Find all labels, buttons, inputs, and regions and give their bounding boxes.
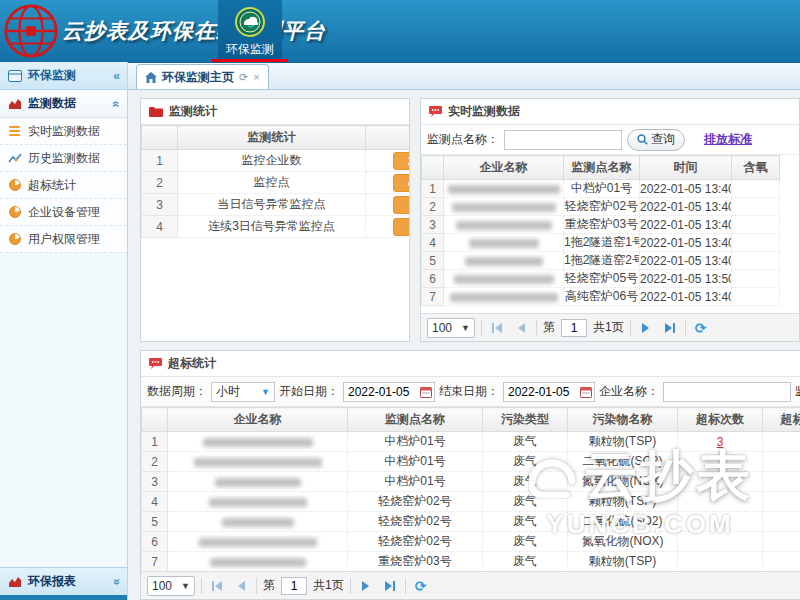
panel-title-text: 实时监测数据 [448, 103, 520, 120]
table-row[interactable]: 6 轻烧窑炉05号 2022-01-05 13:50 [422, 270, 780, 288]
next-page-button[interactable] [637, 319, 655, 337]
table-row[interactable]: 3 中档炉01号 废气 氮氧化物(NOX) [142, 472, 800, 492]
period-label: 数据周期： [147, 383, 207, 400]
cell-pollution-type: 废气 [483, 552, 568, 572]
value-badge: 42 [393, 174, 411, 192]
table-row[interactable]: 6 轻烧窑炉02号 废气 氮氧化物(NOX) [142, 532, 800, 552]
table-row[interactable]: 7 重烧窑炉03号 废气 颗粒物(TSP) [142, 552, 800, 572]
divider [685, 320, 686, 336]
table-row[interactable]: 4 轻烧窑炉02号 废气 颗粒物(TSP) [142, 492, 800, 512]
cell-time: 2022-01-05 13:40 [640, 180, 732, 198]
page-size-select[interactable]: 100▼ [427, 318, 475, 338]
table-row[interactable]: 1 中档炉01号 2022-01-05 13:40 [422, 180, 780, 198]
tab-refresh-icon[interactable]: ⟳ [239, 71, 248, 84]
table-row[interactable]: 4 连续3日信号异常监控点 0 [142, 216, 411, 238]
cell-detail [763, 532, 800, 552]
value-badge: 0 [393, 218, 411, 236]
chevron-up-icon[interactable]: « [113, 97, 120, 111]
sidebar-group-env-report[interactable]: 环保报表 « [0, 567, 127, 595]
point-name-input[interactable] [504, 130, 622, 150]
prev-page-button[interactable] [232, 577, 250, 595]
table-row[interactable]: 1 监控企业数 24 [142, 150, 411, 172]
list-icon [7, 124, 22, 138]
cell-pollutant-name: 二氧化硫(SO2) [568, 512, 678, 532]
table-header-row: 企业名称监测点名称时间含氧 [422, 156, 780, 180]
cell-company-name [168, 492, 348, 512]
cell-stat-label: 监控点 [178, 172, 366, 194]
cell-row-number: 2 [422, 198, 444, 216]
cell-time: 2022-01-05 13:50 [640, 270, 732, 288]
page-size-select[interactable]: 100▼ [147, 576, 195, 596]
table-row[interactable]: 4 1拖2隧道窑1号 2022-01-05 13:40 [422, 234, 780, 252]
refresh-icon[interactable]: ⟳ [692, 319, 710, 337]
sidebar-item-history-data[interactable]: 历史监测数据 [0, 145, 127, 172]
redacted-text [203, 438, 313, 447]
page-size-value: 100 [152, 579, 172, 593]
chevron-down-icon: ▼ [261, 387, 270, 397]
cell-point-name: 轻烧窑炉05号 [564, 270, 640, 288]
sidebar-item-user-rights[interactable]: 用户权限管理 [0, 226, 127, 253]
cell-oxygen [732, 198, 780, 216]
sidebar-header[interactable]: 环保监测 « [0, 62, 127, 90]
cell-company-name [168, 512, 348, 532]
company-name-input[interactable] [663, 382, 791, 402]
sidebar-collapse-icon[interactable]: « [113, 69, 120, 83]
table-row[interactable]: 5 轻烧窑炉02号 废气 二氧化硫(SO2) [142, 512, 800, 532]
sidebar-item-exceed-stats[interactable]: 超标统计 [0, 172, 127, 199]
cell-point-name: 高纯窑炉06号 [564, 288, 640, 306]
cell-oxygen [732, 234, 780, 252]
column-header: 污染物名称 [568, 408, 678, 432]
exceed-count-link[interactable]: 3 [717, 435, 724, 449]
period-select[interactable]: 小时▼ [211, 382, 275, 402]
refresh-icon[interactable]: ⟳ [412, 577, 430, 595]
last-page-button[interactable] [381, 577, 399, 595]
page-number-input[interactable] [281, 577, 307, 595]
content-area: 监测统计 监测统计 [128, 90, 800, 600]
panel-realtime-title: 实时监测数据 [421, 99, 799, 125]
column-header: 企业名称 [168, 408, 348, 432]
last-page-button[interactable] [661, 319, 679, 337]
realtime-search-bar: 监测点名称： 查询 排放标准 [421, 125, 799, 155]
sidebar-item-realtime-data[interactable]: 实时监测数据 [0, 118, 127, 145]
app-title: 云抄表及环保在线监测平台 [62, 17, 326, 45]
table-row[interactable]: 2 轻烧窑炉02号 2022-01-05 13:40 [422, 198, 780, 216]
table-row[interactable]: 3 重烧窑炉03号 2022-01-05 13:40 [422, 216, 780, 234]
next-page-button[interactable] [357, 577, 375, 595]
calendar-icon[interactable] [420, 386, 432, 398]
cell-company-name [444, 270, 564, 288]
table-row[interactable]: 3 当日信号异常监控点 1 [142, 194, 411, 216]
table-row[interactable]: 1 中档炉01号 废气 颗粒物(TSP) 3 [142, 432, 800, 452]
emission-standards-link[interactable]: 排放标准 [704, 131, 752, 148]
search-button[interactable]: 查询 [627, 129, 685, 151]
table-row[interactable]: 2 中档炉01号 废气 二氧化硫(SO2) [142, 452, 800, 472]
sidebar-item-device-mgmt[interactable]: 企业设备管理 [0, 199, 127, 226]
table-row[interactable]: 2 监控点 42 [142, 172, 411, 194]
value-badge: 24 [393, 152, 411, 170]
end-date-label: 结束日期： [439, 383, 499, 400]
cell-row-number: 3 [422, 216, 444, 234]
cell-row-number: 3 [142, 472, 168, 492]
pie-chart-icon [7, 232, 22, 246]
first-page-button[interactable] [488, 319, 506, 337]
page-prefix: 第 [263, 577, 275, 594]
table-row[interactable]: 5 1拖2隧道窑2号 2022-01-05 13:40 [422, 252, 780, 270]
tab-close-icon[interactable]: × [253, 71, 259, 83]
calendar-icon[interactable] [580, 386, 592, 398]
cell-time: 2022-01-05 13:40 [640, 288, 732, 306]
module-tab-env-monitor[interactable]: 环保监测 [218, 0, 282, 62]
cell-pollutant-name: 氮氧化物(NOX) [568, 472, 678, 492]
cell-oxygen [732, 288, 780, 306]
first-page-button[interactable] [208, 577, 226, 595]
cell-pollutant-name: 颗粒物(TSP) [568, 492, 678, 512]
sidebar-group-monitor-data[interactable]: 监测数据 « [0, 90, 127, 118]
value-badge: 1 [393, 196, 411, 214]
tab-bar: 环保监测主页 ⟳ × [128, 62, 800, 90]
panel-monitor-stats: 监测统计 监测统计 [140, 98, 410, 342]
table-row[interactable]: 7 高纯窑炉06号 2022-01-05 13:40 [422, 288, 780, 306]
prev-page-button[interactable] [512, 319, 530, 337]
cell-oxygen [732, 252, 780, 270]
cell-company-name [168, 552, 348, 572]
page-number-input[interactable] [561, 319, 587, 337]
chevron-down-icon[interactable]: « [113, 575, 120, 589]
tab-env-home[interactable]: 环保监测主页 ⟳ × [136, 64, 269, 89]
